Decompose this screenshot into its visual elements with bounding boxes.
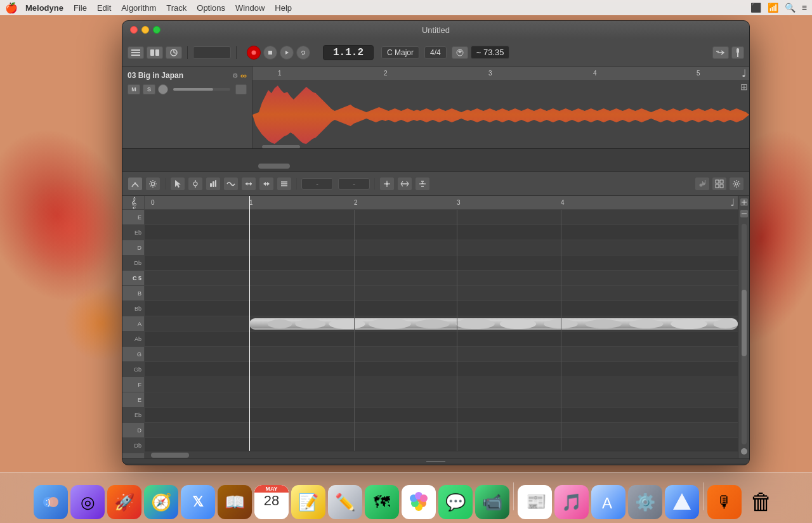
- sync-display[interactable]: [193, 46, 231, 59]
- waveform-scrollbar[interactable]: [252, 144, 749, 148]
- editor-scroll-thumb[interactable]: [151, 453, 189, 458]
- maximize-button[interactable]: [153, 26, 160, 34]
- view-toggle-1[interactable]: [128, 46, 144, 59]
- tempo-display[interactable]: ~ 73.35: [471, 46, 510, 59]
- view-toggle-2[interactable]: [147, 46, 163, 59]
- dock-freeform[interactable]: ✏️: [328, 485, 362, 519]
- menu-help[interactable]: Help: [275, 3, 292, 13]
- apple-menu[interactable]: 🍎: [5, 2, 18, 14]
- dock-trash[interactable]: 🗑: [744, 485, 778, 519]
- piano-key-e5[interactable]: E: [122, 210, 144, 225]
- piano-key-d5[interactable]: D: [122, 240, 144, 255]
- track-expand-icon[interactable]: ⊞: [740, 82, 748, 92]
- zoom-tool[interactable]: [712, 46, 729, 59]
- sidebar-btn-1[interactable]: [740, 198, 748, 206]
- dock-news[interactable]: 📰: [518, 485, 552, 519]
- track-volume-slider[interactable]: [173, 88, 230, 91]
- app-name[interactable]: Melodyne: [25, 3, 63, 13]
- record-button[interactable]: [247, 46, 261, 60]
- piano-key-c5[interactable]: C 5: [122, 271, 144, 286]
- key-display[interactable]: C Major: [381, 46, 419, 59]
- piano-key-db5[interactable]: Db: [122, 255, 144, 271]
- piano-key-db4[interactable]: Db: [122, 438, 144, 453]
- piano-key-gb4[interactable]: Gb: [122, 362, 144, 377]
- dock-safari[interactable]: 🧭: [144, 485, 178, 519]
- time-position[interactable]: 1.1.2: [323, 45, 374, 60]
- play-button[interactable]: [280, 46, 294, 60]
- menu-track[interactable]: Track: [166, 3, 187, 13]
- menu-algorithm[interactable]: Algorithm: [121, 3, 156, 13]
- track-waveform-area[interactable]: 1 2 3 4 5 ♩: [252, 67, 749, 148]
- piano-key-ab4[interactable]: Ab: [122, 332, 144, 347]
- piano-key-eb4[interactable]: Eb: [122, 408, 144, 423]
- track-expand-button[interactable]: [235, 84, 247, 94]
- vertical-scroll-thumb[interactable]: [742, 290, 747, 356]
- close-button[interactable]: [130, 26, 138, 34]
- pitch-tool[interactable]: [188, 177, 203, 191]
- menubar-control-center-icon[interactable]: ⬛: [750, 3, 761, 13]
- editor-scrollbar[interactable]: [145, 451, 738, 458]
- piano-key-f4[interactable]: F: [122, 377, 144, 392]
- dock-messages[interactable]: 💬: [438, 485, 473, 519]
- dock-maps[interactable]: 🗺: [365, 485, 399, 519]
- waveform-display[interactable]: ⊞: [252, 81, 749, 148]
- note-blob-main[interactable]: [249, 318, 738, 330]
- dock-audiohijack[interactable]: 🎙: [707, 485, 742, 519]
- piano-key-d4[interactable]: D: [122, 423, 144, 438]
- formant-tool[interactable]: [206, 177, 221, 191]
- time-tool[interactable]: [241, 177, 256, 191]
- dock-system-prefs[interactable]: ⚙️: [628, 485, 662, 519]
- menubar-bullets-icon[interactable]: ≡: [802, 3, 807, 13]
- solo-button[interactable]: S: [143, 84, 155, 94]
- mute-button[interactable]: M: [128, 84, 140, 94]
- menubar-wifi-icon[interactable]: 📶: [768, 3, 778, 13]
- resize-handle[interactable]: [122, 458, 749, 463]
- stretch-tool[interactable]: [259, 177, 274, 191]
- dock-twitter[interactable]: 𝕏: [181, 485, 215, 519]
- dock-facetime[interactable]: 📹: [475, 485, 509, 519]
- amplitude-tool[interactable]: [223, 177, 239, 191]
- dock-notefile[interactable]: 📖: [218, 485, 252, 519]
- minimize-button[interactable]: [141, 26, 149, 34]
- spread-tool[interactable]: [397, 177, 412, 191]
- dock-photos[interactable]: [402, 485, 436, 519]
- note-grid-container[interactable]: 0 1 2 3 4 ♩: [145, 196, 738, 458]
- center-tool[interactable]: [379, 177, 395, 191]
- loop-button[interactable]: [296, 46, 310, 60]
- dock-appstore[interactable]: A: [591, 485, 625, 519]
- chord-tool[interactable]: [695, 177, 710, 191]
- dock-notes[interactable]: 📝: [291, 485, 325, 519]
- track-scroll-thumb[interactable]: [258, 164, 290, 169]
- menu-edit[interactable]: Edit: [97, 3, 111, 13]
- record-arm-button[interactable]: [158, 84, 168, 94]
- sidebar-btn-2[interactable]: [740, 210, 748, 217]
- piano-key-eb5[interactable]: Eb: [122, 225, 144, 240]
- dock-calendar[interactable]: MAY 28: [254, 485, 289, 519]
- menu-window[interactable]: Window: [235, 3, 265, 13]
- distribute-tool[interactable]: [415, 177, 430, 191]
- track-link-icon[interactable]: ∞: [240, 70, 247, 81]
- piano-key-g4[interactable]: G: [122, 347, 144, 362]
- meter-display[interactable]: 4/4: [424, 46, 447, 59]
- piano-key-e4[interactable]: E: [122, 392, 144, 408]
- track-settings-icon[interactable]: ⚙: [232, 72, 238, 79]
- audio-mode-tool[interactable]: [128, 177, 143, 191]
- dock-altus[interactable]: [665, 485, 699, 519]
- dock-rocket[interactable]: 🚀: [107, 485, 141, 519]
- view-mode[interactable]: [712, 177, 727, 191]
- menu-file[interactable]: File: [74, 3, 87, 13]
- piano-key-a4[interactable]: A: [122, 316, 144, 332]
- piano-key-b4[interactable]: B: [122, 286, 144, 301]
- pointer-tool[interactable]: [170, 177, 185, 191]
- vertical-scrollbar[interactable]: [742, 224, 747, 444]
- dock-music[interactable]: 🎵: [554, 485, 589, 519]
- dock-siri[interactable]: ◎: [70, 485, 105, 519]
- grid-rows[interactable]: [145, 210, 738, 451]
- piano-roll[interactable]: 𝄞 E Eb D Db C 5 B Bb A Ab G Gb F E Eb D …: [122, 196, 145, 458]
- stop-button[interactable]: [263, 46, 277, 60]
- settings-tool[interactable]: [145, 177, 160, 191]
- piano-key-bb4[interactable]: Bb: [122, 301, 144, 316]
- view-toggle-3[interactable]: [166, 46, 182, 59]
- settings-gear[interactable]: [729, 177, 744, 191]
- menubar-search-icon[interactable]: 🔍: [785, 3, 796, 13]
